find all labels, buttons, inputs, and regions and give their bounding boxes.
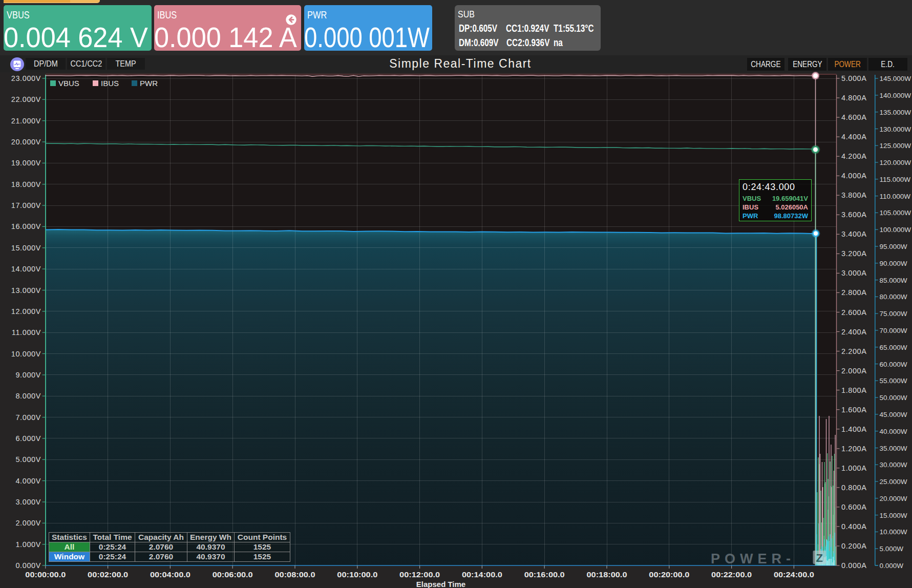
svg-text:5.000V: 5.000V	[15, 455, 41, 464]
svg-text:9.000V: 9.000V	[15, 371, 41, 379]
svg-text:55.000W: 55.000W	[880, 377, 907, 385]
svg-text:22.000V: 22.000V	[11, 95, 41, 103]
svg-text:3.000V: 3.000V	[15, 498, 41, 506]
svg-text:135.000W: 135.000W	[880, 109, 911, 116]
svg-text:4.000V: 4.000V	[15, 477, 41, 485]
svg-text:0.000V: 0.000V	[15, 561, 41, 570]
svg-text:4.000A: 4.000A	[841, 172, 867, 180]
svg-text:80.000W: 80.000W	[880, 293, 907, 301]
svg-text:120.000W: 120.000W	[880, 159, 911, 166]
svg-text:3.600A: 3.600A	[841, 211, 867, 219]
svg-text:00:12:00.0: 00:12:00.0	[399, 570, 440, 579]
svg-text:00:04:00.0: 00:04:00.0	[150, 570, 190, 579]
svg-text:0.400A: 0.400A	[841, 522, 867, 531]
svg-text:10.000V: 10.000V	[11, 350, 41, 358]
svg-text:11.000V: 11.000V	[12, 328, 41, 337]
svg-text:125.000W: 125.000W	[880, 142, 911, 150]
svg-text:19.000V: 19.000V	[11, 159, 41, 167]
svg-text:90.000W: 90.000W	[880, 260, 907, 267]
svg-text:1.600A: 1.600A	[841, 406, 867, 414]
svg-text:00:22:00.0: 00:22:00.0	[711, 570, 752, 579]
svg-text:4.800A: 4.800A	[841, 94, 867, 102]
svg-text:130.000W: 130.000W	[880, 125, 911, 133]
svg-text:85.000W: 85.000W	[880, 277, 907, 284]
svg-text:140.000W: 140.000W	[880, 92, 911, 99]
svg-text:0.200A: 0.200A	[841, 542, 867, 550]
svg-text:00:06:00.0: 00:06:00.0	[213, 570, 253, 579]
svg-text:65.000W: 65.000W	[880, 344, 907, 351]
svg-text:POWER-: POWER-	[711, 551, 795, 566]
svg-text:0.600A: 0.600A	[841, 503, 867, 511]
svg-text:18.000V: 18.000V	[11, 180, 41, 188]
svg-text:3.200A: 3.200A	[841, 249, 867, 258]
svg-text:7.000V: 7.000V	[15, 413, 41, 422]
svg-text:70.000W: 70.000W	[880, 327, 907, 334]
svg-text:8.000V: 8.000V	[15, 392, 41, 400]
svg-text:3.800A: 3.800A	[841, 191, 867, 199]
svg-text:20.000V: 20.000V	[11, 138, 41, 146]
svg-text:00:02:00.0: 00:02:00.0	[88, 570, 128, 579]
svg-text:115.000W: 115.000W	[880, 176, 911, 183]
svg-text:4.200A: 4.200A	[841, 152, 867, 160]
svg-text:1.800A: 1.800A	[841, 386, 867, 394]
svg-text:17.000V: 17.000V	[11, 201, 41, 209]
svg-text:21.000V: 21.000V	[11, 117, 41, 125]
svg-text:PWR: PWR	[140, 79, 158, 88]
svg-text:95.000W: 95.000W	[880, 243, 907, 250]
svg-text:16.000V: 16.000V	[11, 222, 41, 230]
svg-text:00:24:00.0: 00:24:00.0	[774, 570, 814, 579]
svg-text:75.000W: 75.000W	[880, 310, 907, 318]
svg-text:110.000W: 110.000W	[880, 193, 911, 200]
svg-text:12.000V: 12.000V	[11, 307, 41, 316]
svg-text:0.800A: 0.800A	[841, 484, 867, 492]
svg-text:VBUS: VBUS	[58, 79, 79, 88]
svg-text:00:20:00.0: 00:20:00.0	[649, 570, 689, 579]
svg-text:25.000W: 25.000W	[880, 478, 907, 486]
svg-text:00:00:00.0: 00:00:00.0	[25, 570, 66, 579]
svg-text:10.000W: 10.000W	[880, 528, 907, 536]
svg-text:00:18:00.0: 00:18:00.0	[587, 570, 627, 579]
svg-text:00:14:00.0: 00:14:00.0	[462, 570, 502, 579]
svg-text:4.600A: 4.600A	[841, 113, 867, 121]
svg-text:3.400A: 3.400A	[841, 230, 867, 238]
svg-text:35.000W: 35.000W	[880, 445, 907, 452]
svg-text:20.000W: 20.000W	[880, 495, 907, 502]
svg-text:1.000A: 1.000A	[841, 464, 867, 472]
svg-text:100.000W: 100.000W	[880, 226, 911, 234]
svg-text:15.000V: 15.000V	[11, 244, 41, 252]
svg-text:30.000W: 30.000W	[880, 461, 907, 469]
svg-text:4.400A: 4.400A	[841, 133, 867, 141]
svg-text:2.800A: 2.800A	[841, 288, 867, 297]
svg-text:00:10:00.0: 00:10:00.0	[337, 570, 377, 579]
svg-text:1.200A: 1.200A	[841, 445, 867, 453]
svg-text:6.000V: 6.000V	[15, 434, 41, 443]
svg-text:145.000W: 145.000W	[880, 75, 911, 82]
svg-text:15.000W: 15.000W	[880, 512, 907, 519]
svg-text:45.000W: 45.000W	[880, 411, 907, 418]
svg-text:00:16:00.0: 00:16:00.0	[524, 570, 565, 579]
svg-text:2.200A: 2.200A	[841, 347, 867, 355]
svg-text:IBUS: IBUS	[101, 79, 119, 88]
svg-text:3.000A: 3.000A	[841, 269, 867, 277]
svg-text:5.000A: 5.000A	[841, 74, 867, 82]
svg-text:2.000V: 2.000V	[15, 519, 41, 527]
svg-text:Z: Z	[816, 552, 823, 564]
svg-text:0.000W: 0.000W	[880, 562, 904, 570]
svg-text:1.000V: 1.000V	[15, 540, 41, 549]
svg-text:5.000W: 5.000W	[880, 545, 904, 553]
svg-text:23.000V: 23.000V	[11, 74, 41, 82]
svg-text:1.400A: 1.400A	[841, 425, 867, 433]
svg-text:2.000A: 2.000A	[841, 367, 867, 375]
svg-text:Elapsed Time: Elapsed Time	[416, 580, 465, 588]
svg-text:2.600A: 2.600A	[841, 308, 867, 317]
svg-text:40.000W: 40.000W	[880, 428, 907, 435]
svg-text:14.000V: 14.000V	[11, 265, 41, 273]
svg-text:0.000A: 0.000A	[841, 561, 867, 570]
svg-text:2.400A: 2.400A	[841, 328, 867, 336]
svg-text:50.000W: 50.000W	[880, 394, 907, 402]
svg-text:105.000W: 105.000W	[880, 209, 911, 217]
svg-text:13.000V: 13.000V	[11, 286, 41, 295]
svg-text:60.000W: 60.000W	[880, 361, 907, 368]
svg-text:00:08:00.0: 00:08:00.0	[275, 570, 315, 579]
